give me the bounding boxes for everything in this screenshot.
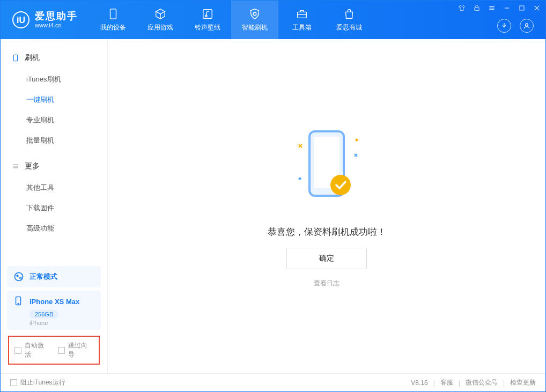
toolbox-icon bbox=[296, 8, 308, 20]
svg-rect-7 bbox=[475, 8, 479, 11]
nav-label: 应用游戏 bbox=[147, 23, 173, 32]
header: iU 爱思助手 www.i4.cn 我的设备 应用游戏 铃声壁纸 智能刷 bbox=[1, 1, 545, 39]
lock-icon[interactable] bbox=[473, 4, 481, 12]
device-panel: 正常模式 iPhone XS Max 256GB iPhone 自动激活 跳过向… bbox=[1, 263, 107, 373]
device-icon bbox=[107, 8, 120, 20]
svg-point-18 bbox=[299, 177, 301, 180]
download-button[interactable] bbox=[497, 19, 511, 33]
checkbox-label: 跳过向导 bbox=[68, 341, 93, 359]
sidebar-item-download-firmware[interactable]: 下载固件 bbox=[1, 198, 107, 218]
sidebar-section-more: 更多 bbox=[1, 157, 107, 175]
app-logo: iU 爱思助手 www.i4.cn bbox=[1, 11, 90, 28]
section-title: 刷机 bbox=[25, 53, 40, 63]
statusbar: 阻止iTunes运行 V8.16 | 客服 | 微信公众号 | 检查更新 bbox=[1, 373, 545, 391]
nav-toolbox[interactable]: 工具箱 bbox=[278, 1, 326, 39]
sidebar-item-batch-flash[interactable]: 批量刷机 bbox=[1, 130, 107, 151]
app-url: www.i4.cn bbox=[35, 22, 78, 29]
svg-point-10 bbox=[15, 273, 23, 281]
shirt-icon[interactable] bbox=[458, 4, 466, 12]
sidebar-item-itunes-flash[interactable]: iTunes刷机 bbox=[1, 69, 107, 90]
mode-icon bbox=[13, 271, 24, 282]
window-controls bbox=[458, 4, 541, 12]
sidebar-item-pro-flash[interactable]: 专业刷机 bbox=[1, 110, 107, 130]
checkbox-label: 阻止iTunes运行 bbox=[20, 378, 65, 387]
section-title: 更多 bbox=[25, 161, 40, 171]
maximize-button[interactable] bbox=[518, 4, 526, 12]
nav-my-device[interactable]: 我的设备 bbox=[90, 1, 137, 39]
success-illustration bbox=[278, 125, 375, 211]
device-name: iPhone XS Max bbox=[29, 298, 79, 306]
device-card[interactable]: iPhone XS Max 256GB iPhone bbox=[7, 291, 101, 330]
nav-label: 铃声壁纸 bbox=[195, 23, 220, 32]
support-link[interactable]: 客服 bbox=[440, 378, 453, 387]
version-label: V8.16 bbox=[411, 379, 427, 387]
nav-store[interactable]: 爱思商城 bbox=[326, 1, 373, 39]
mode-label: 正常模式 bbox=[29, 272, 57, 282]
user-button[interactable] bbox=[520, 19, 534, 33]
body: 刷机 iTunes刷机 一键刷机 专业刷机 批量刷机 更多 其他工具 下载固件 … bbox=[1, 39, 545, 373]
sidebar-item-other-tools[interactable]: 其他工具 bbox=[1, 177, 107, 198]
svg-point-14 bbox=[18, 304, 19, 305]
svg-rect-3 bbox=[203, 10, 212, 19]
minimize-button[interactable] bbox=[503, 4, 511, 12]
main-content: 恭喜您，保资料刷机成功啦！ 确定 查看日志 bbox=[108, 39, 545, 373]
svg-rect-9 bbox=[13, 55, 17, 61]
sidebar-section-flash: 刷机 bbox=[1, 49, 107, 67]
flash-result: 恭喜您，保资料刷机成功啦！ 确定 查看日志 bbox=[268, 125, 386, 288]
svg-rect-2 bbox=[110, 9, 116, 19]
ok-button[interactable]: 确定 bbox=[286, 248, 367, 269]
nav-ringtones-wallpapers[interactable]: 铃声壁纸 bbox=[184, 1, 231, 39]
nav-label: 我的设备 bbox=[100, 23, 126, 32]
shield-refresh-icon bbox=[248, 8, 261, 20]
device-capacity: 256GB bbox=[29, 310, 58, 319]
svg-point-17 bbox=[330, 175, 351, 195]
sidebar-item-oneclick-flash[interactable]: 一键刷机 bbox=[1, 90, 107, 110]
logo-icon: iU bbox=[12, 11, 29, 28]
svg-rect-8 bbox=[520, 6, 524, 10]
menu-icon[interactable] bbox=[488, 4, 496, 12]
svg-point-19 bbox=[356, 138, 358, 141]
main-nav: 我的设备 应用游戏 铃声壁纸 智能刷机 工具箱 爱思商城 bbox=[90, 1, 373, 39]
music-note-icon bbox=[201, 8, 214, 20]
success-message: 恭喜您，保资料刷机成功啦！ bbox=[268, 226, 386, 238]
sidebar: 刷机 iTunes刷机 一键刷机 专业刷机 批量刷机 更多 其他工具 下载固件 … bbox=[1, 39, 108, 373]
check-update-link[interactable]: 检查更新 bbox=[510, 378, 536, 387]
checkbox-auto-activate[interactable]: 自动激活 bbox=[14, 341, 50, 359]
svg-point-12 bbox=[20, 277, 21, 279]
options-box: 自动激活 跳过向导 bbox=[8, 336, 100, 365]
checkbox-block-itunes[interactable]: 阻止iTunes运行 bbox=[10, 378, 65, 387]
svg-point-11 bbox=[16, 275, 18, 277]
nav-label: 工具箱 bbox=[292, 23, 312, 32]
header-actions bbox=[497, 19, 534, 33]
nav-label: 智能刷机 bbox=[242, 23, 268, 32]
bag-icon bbox=[343, 8, 356, 20]
sidebar-item-advanced[interactable]: 高级功能 bbox=[1, 218, 107, 239]
app-name: 爱思助手 bbox=[35, 11, 78, 22]
checkbox-label: 自动激活 bbox=[25, 341, 50, 359]
nav-flash[interactable]: 智能刷机 bbox=[231, 1, 278, 39]
list-icon bbox=[11, 162, 19, 171]
phone-outline-icon bbox=[11, 54, 19, 62]
cube-icon bbox=[154, 8, 167, 20]
checkbox-skip-guide[interactable]: 跳过向导 bbox=[58, 341, 94, 359]
svg-point-4 bbox=[205, 15, 207, 17]
svg-rect-5 bbox=[298, 12, 307, 18]
nav-apps-games[interactable]: 应用游戏 bbox=[137, 1, 184, 39]
svg-text:iU: iU bbox=[17, 16, 25, 25]
device-phone-icon bbox=[13, 296, 24, 307]
view-log-link[interactable]: 查看日志 bbox=[314, 279, 340, 288]
nav-label: 爱思商城 bbox=[336, 23, 362, 32]
app-window: iU 爱思助手 www.i4.cn 我的设备 应用游戏 铃声壁纸 智能刷 bbox=[0, 0, 546, 392]
svg-point-6 bbox=[526, 24, 528, 26]
device-type: iPhone bbox=[29, 320, 94, 326]
mode-card[interactable]: 正常模式 bbox=[7, 266, 101, 287]
close-button[interactable] bbox=[533, 4, 541, 12]
wechat-link[interactable]: 微信公众号 bbox=[466, 378, 498, 387]
